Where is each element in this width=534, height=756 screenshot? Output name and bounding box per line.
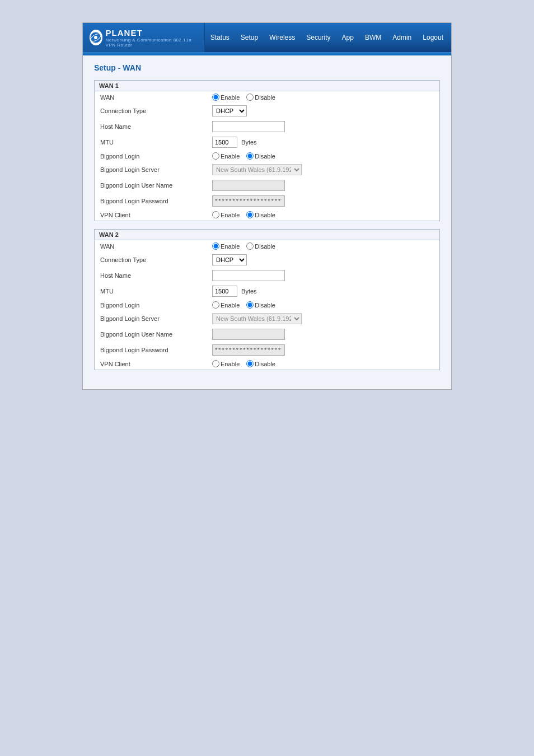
wan2-bigpond-disable-text: Disable [255, 302, 275, 309]
wan2-wan-disable-text: Disable [255, 243, 275, 250]
wan2-vpn-enable-label: Enable [212, 360, 240, 367]
wan2-hostname-label: Host Name [95, 268, 207, 283]
wan2-hostname-row: Host Name [95, 268, 439, 283]
wan1-bigpond-login-value: Enable Disable [207, 150, 439, 162]
wan2-wan-enable-text: Enable [221, 243, 240, 250]
wan2-wan-value: Enable Disable [207, 240, 439, 252]
wan2-mtu-value: Bytes [207, 283, 439, 299]
wan2-table: WAN Enable Disable [95, 240, 439, 370]
wan1-wan-disable-radio[interactable] [246, 94, 254, 101]
nav-status[interactable]: Status [205, 23, 235, 52]
wan1-bigpond-enable-label: Enable [212, 152, 240, 160]
wan2-wan-enable-label: Enable [212, 242, 240, 250]
header: PLANET Networking & Communication 802.11… [83, 23, 451, 52]
wan2-section: WAN 2 WAN Enable [94, 229, 440, 370]
wan1-bigpond-disable-text: Disable [255, 153, 275, 160]
wan2-mtu-label: MTU [95, 283, 207, 299]
wan1-bigpond-disable-label: Disable [246, 152, 275, 160]
wan2-bigpond-enable-radio[interactable] [212, 301, 219, 309]
wan2-vpn-value: Enable Disable [207, 358, 439, 370]
wan2-bigpond-username-row: Bigpond Login User Name [95, 326, 439, 342]
planet-icon [90, 30, 102, 45]
logo-text: PLANET [106, 28, 143, 38]
wan2-conntype-value: DHCP Static PPPoE [207, 252, 439, 268]
wan1-bigpond-password-label: Bigpond Login Password [95, 193, 207, 209]
wan1-bigpond-password-value [207, 193, 439, 209]
wan1-bigpond-disable-radio[interactable] [246, 152, 254, 160]
wan1-wan-disable-text: Disable [255, 94, 275, 101]
wan2-bigpond-password-row: Bigpond Login Password [95, 342, 439, 358]
wan1-vpn-label: VPN Client [95, 209, 207, 221]
wan1-bigpond-enable-text: Enable [221, 153, 240, 160]
wan2-bigpond-disable-label: Disable [246, 301, 275, 309]
wan1-wan-disable-label: Disable [246, 94, 275, 101]
wan2-bigpond-username-input[interactable] [212, 329, 285, 340]
wan2-mtu-input[interactable] [212, 286, 237, 297]
nav-security[interactable]: Security [301, 23, 336, 52]
wan1-bigpond-username-label: Bigpond Login User Name [95, 178, 207, 193]
wan2-bigpond-server-label: Bigpond Login Server [95, 311, 207, 326]
wan1-bigpond-login-row: Bigpond Login Enable Disable [95, 150, 439, 162]
nav-bwm[interactable]: BWM [359, 23, 387, 52]
wan1-mtu-label: MTU [95, 134, 207, 150]
wan1-vpn-enable-radio[interactable] [212, 211, 219, 218]
wan1-bigpond-server-value: New South Wales (61.9.192.13) [207, 162, 439, 178]
main-nav: Status Setup Wireless Security App BWM A… [205, 23, 451, 52]
wan1-bigpond-username-input[interactable] [212, 180, 285, 191]
wan1-wan-row: WAN Enable Disable [95, 91, 439, 103]
wan2-hostname-input[interactable] [212, 270, 285, 281]
wan2-vpn-enable-radio[interactable] [212, 360, 219, 367]
wan1-conntype-row: Connection Type DHCP Static PPPoE [95, 103, 439, 119]
wan1-bigpond-password-input[interactable] [212, 195, 285, 207]
wan1-hostname-label: Host Name [95, 119, 207, 134]
wan1-hostname-value [207, 119, 439, 134]
wan1-hostname-input[interactable] [212, 121, 285, 132]
wan2-bigpond-password-input[interactable] [212, 344, 285, 356]
wan1-bigpond-server-select[interactable]: New South Wales (61.9.192.13) [212, 164, 302, 175]
wan2-conntype-select[interactable]: DHCP Static PPPoE [212, 254, 247, 265]
wan2-bigpond-enable-label: Enable [212, 301, 240, 309]
wan1-wan-label: WAN [95, 91, 207, 103]
wan1-bigpond-enable-radio[interactable] [212, 152, 219, 160]
wan2-bigpond-password-value [207, 342, 439, 358]
wan1-vpn-disable-label: Disable [246, 211, 275, 218]
wan1-wan-enable-label: Enable [212, 94, 240, 101]
wan2-vpn-disable-radio[interactable] [246, 360, 254, 367]
wan1-section: WAN 1 WAN Enable [94, 80, 440, 221]
wan1-mtu-input[interactable] [212, 137, 237, 148]
wan1-vpn-enable-text: Enable [221, 212, 240, 218]
wan1-vpn-disable-radio[interactable] [246, 211, 254, 218]
wan2-bigpond-password-label: Bigpond Login Password [95, 342, 207, 358]
wan1-mtu-value: Bytes [207, 134, 439, 150]
wan2-mtu-row: MTU Bytes [95, 283, 439, 299]
wan2-wan-label: WAN [95, 240, 207, 252]
wan1-vpn-disable-text: Disable [255, 212, 275, 218]
wan1-mtu-row: MTU Bytes [95, 134, 439, 150]
nav-app[interactable]: App [336, 23, 359, 52]
wan2-wan-disable-radio[interactable] [246, 242, 254, 250]
wan2-vpn-enable-text: Enable [221, 361, 240, 367]
svg-point-2 [94, 36, 97, 39]
wan1-wan-enable-radio[interactable] [212, 94, 219, 101]
page-title: Setup - WAN [94, 63, 440, 72]
wan2-bigpond-username-label: Bigpond Login User Name [95, 326, 207, 342]
wan1-bigpond-username-value [207, 178, 439, 193]
wan1-bigpond-login-label: Bigpond Login [95, 150, 207, 162]
nav-admin[interactable]: Admin [387, 23, 417, 52]
wan2-vpn-disable-label: Disable [246, 360, 275, 367]
wan2-bigpond-server-select[interactable]: New South Wales (61.9.192.13) [212, 313, 302, 324]
wan2-vpn-disable-text: Disable [255, 361, 275, 367]
wan1-conntype-value: DHCP Static PPPoE [207, 103, 439, 119]
wan2-vpn-row: VPN Client Enable Disable [95, 358, 439, 370]
main-content: Setup - WAN WAN 1 WAN Enable [83, 55, 451, 389]
wan2-wan-enable-radio[interactable] [212, 242, 219, 250]
wan2-bigpond-server-value: New South Wales (61.9.192.13) [207, 311, 439, 326]
wan1-bigpond-server-row: Bigpond Login Server New South Wales (61… [95, 162, 439, 178]
wan1-conntype-select[interactable]: DHCP Static PPPoE [212, 105, 247, 116]
nav-logout[interactable]: Logout [417, 23, 449, 52]
wan2-bigpond-login-row: Bigpond Login Enable Disable [95, 299, 439, 311]
nav-wireless[interactable]: Wireless [264, 23, 301, 52]
wan2-bigpond-server-row: Bigpond Login Server New South Wales (61… [95, 311, 439, 326]
wan2-bigpond-disable-radio[interactable] [246, 301, 254, 309]
nav-setup[interactable]: Setup [235, 23, 264, 52]
